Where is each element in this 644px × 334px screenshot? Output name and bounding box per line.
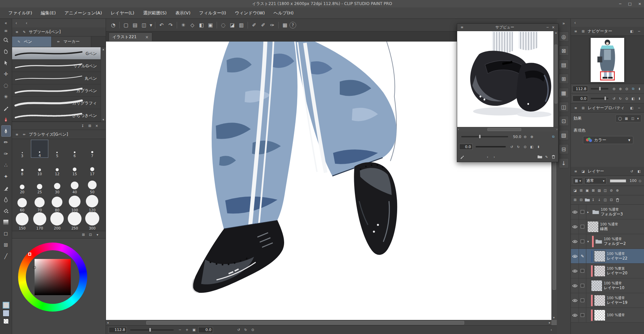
size-view-icon[interactable]: ⊞ <box>80 232 86 238</box>
layer-thumbnail[interactable] <box>591 280 602 291</box>
canvas-scroll-left-icon[interactable]: ◂ <box>107 321 109 324</box>
palette-color-dropdown[interactable]: ▾ <box>573 178 583 184</box>
menu-item-animation[interactable]: アニメーション(A) <box>60 8 106 18</box>
layer-visibility-toggle[interactable] <box>571 234 579 249</box>
menu-item-edit[interactable]: 編集(E) <box>37 8 60 18</box>
navigator-collapse-icon[interactable]: ◧ <box>629 28 635 34</box>
frame-border-tool[interactable]: ⊞ <box>1 239 11 251</box>
layer-checkbox[interactable] <box>579 205 586 219</box>
transparent-color-swatch[interactable] <box>3 319 9 324</box>
set-ruler-range-icon[interactable]: ⊕ <box>614 188 620 193</box>
snap-ruler-icon[interactable]: ✐ <box>250 21 259 29</box>
subview-image[interactable]: ▴ <box>457 31 558 127</box>
lock-transparent-pixels-icon[interactable]: ▨ <box>596 188 602 193</box>
airbrush-tool[interactable]: ∴ <box>1 159 11 171</box>
size-cell[interactable]: 100 <box>66 194 84 212</box>
scroll-up-icon[interactable]: ▴ <box>103 48 104 51</box>
zoom-tool[interactable] <box>1 34 11 46</box>
subview-fit-icon[interactable]: ⧉ <box>550 134 556 140</box>
help-icon[interactable]: ? <box>289 22 296 28</box>
size-cell-selected[interactable]: 4 <box>31 140 48 158</box>
layer-panel-collapse-icon[interactable]: ↺ <box>629 169 635 174</box>
snap-grid-icon[interactable]: ✑ <box>268 21 277 29</box>
fill-selection-icon[interactable]: ◧ <box>197 21 206 29</box>
save-file-icon[interactable]: ◫ <box>140 21 149 29</box>
pen-tool[interactable] <box>1 125 11 137</box>
undo-icon[interactable]: ↶ <box>157 21 166 29</box>
navigator-preview[interactable] <box>571 36 644 84</box>
navigator-zoom-out-icon[interactable]: ⊖ <box>611 86 617 92</box>
pencil-tool[interactable]: ✏ <box>1 137 11 148</box>
document-tab[interactable]: イラスト221 × <box>109 32 152 41</box>
brush-size-menu-icon[interactable]: ≡ <box>14 132 20 137</box>
zoom-in-icon[interactable]: + <box>184 327 190 333</box>
menu-item-selection[interactable]: 選択範囲(S) <box>139 8 171 18</box>
layer-row[interactable]: ▸ 100 %通常 フォルダー3 <box>571 205 644 219</box>
brush-item-kabura-pen[interactable]: カブラペン <box>12 84 106 97</box>
layer-row[interactable]: 100 %通常 <box>571 308 644 323</box>
subview-delete-icon[interactable] <box>550 154 556 160</box>
menu-item-window[interactable]: ウィンドウ(W) <box>230 8 269 18</box>
menu-item-layer[interactable]: レイヤー(L) <box>106 8 139 18</box>
navigator-zoom-reset-icon[interactable]: ⊙ <box>624 86 630 92</box>
layer-checkbox[interactable] <box>579 293 586 308</box>
layer-row[interactable]: 100 %乗算 レイヤー20 <box>571 264 644 278</box>
deselect-icon[interactable]: ✳ <box>179 21 188 29</box>
material-primitive-panel-icon[interactable]: ⊟ <box>559 144 569 154</box>
document-tab-close-icon[interactable]: × <box>145 35 149 40</box>
minimize-button[interactable]: ─ <box>619 2 622 6</box>
brush-list-scrollbar[interactable]: ▴ ▾ <box>101 47 106 122</box>
subview-scroll-right-icon[interactable]: › <box>556 128 557 131</box>
size-cell[interactable]: 20 <box>13 176 31 194</box>
brush-item-maru-pen[interactable]: 丸ペン <box>12 72 106 84</box>
folder-collapse-icon[interactable]: ▾ <box>587 240 591 243</box>
draft-layer-icon[interactable]: ▣ <box>584 188 590 193</box>
sv-marker[interactable] <box>33 266 36 269</box>
rotation-value[interactable]: 0.0 <box>198 327 213 333</box>
subview-rotate-reset-icon[interactable]: ⊙ <box>522 144 528 150</box>
navigator-rotate-reset-icon[interactable]: ⊙ <box>624 96 630 102</box>
material-manga-panel-icon[interactable]: ▦ <box>559 88 569 98</box>
opacity-slider[interactable] <box>610 179 626 183</box>
material-3d-panel-icon[interactable]: ⊡ <box>559 116 569 126</box>
import-subtool-icon[interactable]: ↧ <box>80 123 86 129</box>
zoom-slider[interactable] <box>130 329 174 331</box>
navigator-menu-icon[interactable]: ≡ <box>573 28 579 34</box>
layer-thumbnail[interactable] <box>594 310 605 321</box>
folder-expand-icon[interactable]: ▸ <box>587 210 591 214</box>
subview-rotation-value[interactable]: 0.0 <box>459 144 473 150</box>
subview-minimize-icon[interactable]: ─ <box>545 24 550 30</box>
decoration-tool[interactable]: ✦ <box>1 171 11 182</box>
merge-down-icon[interactable]: ↓ <box>596 197 602 203</box>
size-cell[interactable]: 5 <box>48 140 66 158</box>
fit-to-screen-icon[interactable]: ▣ <box>191 327 197 333</box>
brush-item-gpen[interactable]: Gペン <box>12 47 106 60</box>
close-button[interactable]: × <box>638 2 641 6</box>
selection-mode-icon[interactable]: ▥ <box>237 21 246 29</box>
toolbar-menu-icon[interactable]: ≡ <box>1 27 11 34</box>
subview-scroll-left-icon[interactable]: ‹ <box>458 128 459 131</box>
canvas-scroll-right-icon[interactable]: ▸ <box>549 321 550 324</box>
subview-rotate-left-icon[interactable]: ↺ <box>509 144 515 150</box>
crop-icon[interactable]: ▣ <box>206 21 215 29</box>
layer-panel-close-icon[interactable]: ◧ <box>636 169 642 174</box>
zoom-out-icon[interactable]: − <box>177 327 183 333</box>
layer-visibility-toggle[interactable] <box>571 293 579 308</box>
selection-border-icon[interactable]: ◪ <box>228 21 237 29</box>
blend-tool[interactable] <box>1 194 11 205</box>
size-cell[interactable]: 60 <box>13 194 31 212</box>
new-file-icon[interactable]: ▢ <box>121 21 130 29</box>
brush-tool[interactable]: ✑ <box>1 148 11 159</box>
subview-panel[interactable]: ≡ サブビュー ─ × <box>457 23 558 162</box>
operation-tool[interactable] <box>1 57 11 68</box>
enable-mask-icon[interactable]: ◫ <box>602 188 608 193</box>
rotate-right-icon[interactable]: ↻ <box>243 327 249 333</box>
hue-marker[interactable] <box>28 253 31 256</box>
expression-color-dropdown[interactable]: カラー ▾ <box>583 136 633 144</box>
opacity-value[interactable]: 100 <box>630 179 637 183</box>
navigator-zoom-in-icon[interactable]: ⊕ <box>618 86 623 92</box>
transfer-down-icon[interactable]: ↧ <box>590 197 596 203</box>
selection-launcher-icon[interactable]: ◌ <box>219 21 228 29</box>
material-download-panel-icon[interactable]: ↓ <box>559 158 569 168</box>
layer-thumbnail[interactable] <box>594 265 605 277</box>
